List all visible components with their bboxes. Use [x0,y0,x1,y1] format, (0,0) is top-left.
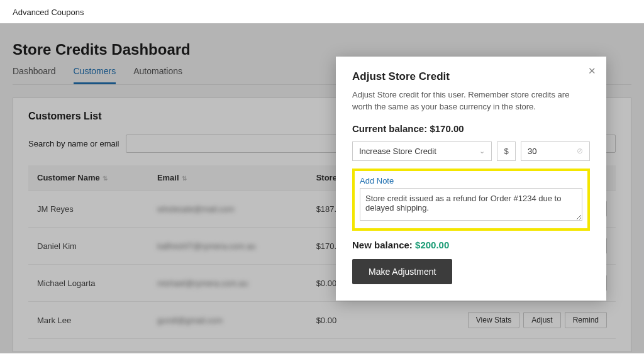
clear-icon[interactable]: ⊘ [577,147,583,155]
chevron-down-icon: ⌄ [479,147,485,155]
currency-symbol: $ [497,141,516,161]
adjust-credit-modal: ✕ Adjust Store Credit Adjust Store credi… [336,57,606,301]
modal-description: Adjust Store credit for this user. Remem… [352,89,590,113]
app-header: Advanced Coupons [0,0,644,23]
modal-title: Adjust Store Credit [352,70,590,83]
amount-input[interactable]: 30 ⊘ [521,141,590,161]
note-textarea[interactable] [360,188,582,221]
app-name: Advanced Coupons [13,8,84,17]
adjust-controls: Increase Store Credit ⌄ $ 30 ⊘ [352,141,590,161]
note-highlight: Add Note [352,169,590,231]
main-area: Store Credits Dashboard Dashboard Custom… [0,23,644,353]
current-balance: Current balance: $170.00 [352,123,590,134]
close-icon[interactable]: ✕ [588,65,596,77]
action-select[interactable]: Increase Store Credit ⌄ [352,141,492,161]
new-balance: New balance: $200.00 [352,240,590,250]
make-adjustment-button[interactable]: Make Adjustment [352,259,452,284]
add-note-link[interactable]: Add Note [360,176,394,185]
